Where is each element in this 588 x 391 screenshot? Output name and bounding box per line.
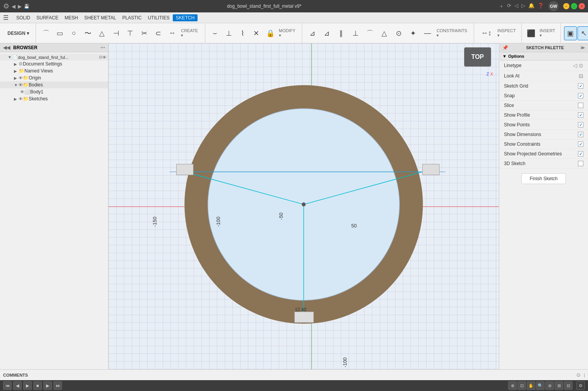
create-dropdown[interactable]: CREATE ▾ — [179, 28, 203, 38]
eye-icon-bodies[interactable]: 👁 — [19, 83, 23, 87]
tool-scale[interactable]: ✕ — [250, 26, 263, 40]
tool-circle[interactable]: ○ — [67, 26, 81, 40]
arrow-icon[interactable]: ◁ — [514, 3, 518, 10]
tree-sketches[interactable]: ▶ 👁 📁 Sketches — [0, 95, 108, 102]
tool-constrain5[interactable]: ⌒ — [363, 26, 377, 40]
show-profile-checkbox[interactable] — [578, 112, 583, 118]
bottom-stop[interactable]: ■ — [33, 381, 42, 390]
nav-forward[interactable]: ▶ — [18, 3, 22, 9]
bottom-nav1[interactable]: ⏮ — [3, 381, 12, 390]
look-at-icon[interactable]: ⊟ — [579, 73, 583, 79]
tool-lock[interactable]: 🔒 — [263, 26, 277, 40]
viewport-compass[interactable]: TOP Z X — [464, 47, 495, 78]
user-avatar[interactable]: GW — [548, 1, 559, 11]
show-constraints-checkbox[interactable] — [578, 141, 583, 147]
eye-icon-origin[interactable]: 👁 — [19, 76, 23, 80]
constraints-dropdown[interactable]: CONSTRAINTS ▾ — [435, 28, 471, 38]
view-orbit[interactable]: ⊚ — [545, 381, 554, 390]
app-menu-icon[interactable]: ☰ — [3, 14, 9, 21]
tool-constrain7[interactable]: ⊙ — [392, 26, 406, 40]
arrow2-icon[interactable]: ▷ — [521, 3, 525, 10]
file-options[interactable]: ⊙ — [99, 55, 102, 60]
maximize-button[interactable]: □ — [571, 3, 577, 9]
minimize-button[interactable]: − — [563, 3, 569, 9]
palette-pin-icon[interactable]: 📌 — [502, 45, 508, 50]
tool-break[interactable]: ⌇ — [236, 26, 249, 40]
nav-back[interactable]: ◀ — [12, 3, 15, 9]
menu-item-plastic[interactable]: PLASTIC — [119, 14, 145, 21]
browser-collapse-icon[interactable]: ◀◀ — [3, 45, 10, 50]
sketch-grid-checkbox[interactable] — [578, 83, 583, 89]
tree-root-file[interactable]: ▼ 📄 dog_bowl_stand_first_ful... ⊙ 👁 — [0, 54, 108, 60]
tree-doc-settings[interactable]: ▶ ⚙ Document Settings — [0, 60, 108, 67]
file-eye[interactable]: 👁 — [102, 55, 107, 60]
modify-dropdown[interactable]: MODIFY ▾ — [277, 28, 300, 38]
slice-checkbox[interactable] — [578, 103, 583, 108]
tool-constrain1[interactable]: ⊿ — [305, 26, 319, 40]
insert-dropdown[interactable]: INSERT ▾ — [538, 28, 558, 38]
tool-insert[interactable]: ⬛ — [525, 26, 537, 40]
menu-item-sheet-metal[interactable]: SHEET METAL — [81, 14, 119, 21]
finish-sketch-palette-btn[interactable]: Finish Sketch — [521, 173, 566, 184]
menu-item-surface[interactable]: SURFACE — [33, 14, 62, 21]
bell-icon[interactable]: 🔔 — [528, 3, 535, 10]
tool-mirror[interactable]: ↔ — [165, 26, 179, 40]
menu-item-sketch[interactable]: SKETCH — [173, 14, 198, 21]
view-display[interactable]: ⊞ — [555, 381, 563, 390]
tool-offset[interactable]: ⊂ — [151, 26, 165, 40]
tree-body1[interactable]: 👁 ⬜ Body1 — [0, 88, 108, 95]
bottom-nav2[interactable]: ◀ — [13, 381, 22, 390]
linetype-icon1[interactable]: ◁ — [573, 62, 577, 69]
browser-options-icon[interactable]: ⋯ — [100, 45, 105, 50]
refresh-icon[interactable]: ⟳ — [507, 3, 511, 10]
tool-triangle[interactable]: △ — [95, 26, 109, 40]
close-button[interactable]: × — [579, 3, 585, 9]
eye-icon-body1[interactable]: 👁 — [20, 90, 24, 94]
view-settings[interactable]: ⚙ — [576, 381, 585, 390]
bottom-nav3[interactable]: ▶ — [43, 381, 52, 390]
tool-constrain9[interactable]: — — [421, 26, 434, 40]
tree-origin[interactable]: ▶ 👁 📁 Origin — [0, 74, 108, 81]
tool-select[interactable]: ↖ — [578, 26, 588, 40]
tool-line[interactable]: ⊣ — [109, 26, 123, 40]
tree-bodies[interactable]: ▼ 👁 📁 Bodies — [0, 81, 108, 88]
snap-checkbox[interactable] — [578, 93, 583, 98]
show-points-checkbox[interactable] — [578, 122, 583, 127]
tool-constrain6[interactable]: △ — [377, 26, 391, 40]
add-tab-icon[interactable]: ＋ — [499, 3, 504, 10]
save-icon[interactable]: 💾 — [24, 4, 29, 9]
tool-fit[interactable]: ⊤ — [123, 26, 137, 40]
tool-rectangle[interactable]: ▭ — [53, 26, 67, 40]
tool-constrain2[interactable]: ⊿ — [320, 26, 334, 40]
show-projected-checkbox[interactable] — [578, 151, 583, 157]
bottom-nav4[interactable]: ⏭ — [53, 381, 62, 390]
menu-item-utilities[interactable]: UTILITIES — [145, 14, 173, 21]
tool-constrain8[interactable]: ✦ — [406, 26, 420, 40]
3d-sketch-checkbox[interactable] — [578, 161, 583, 166]
view-zoom[interactable]: 🔍 — [536, 381, 545, 390]
palette-collapse-icon[interactable]: ≫ — [580, 45, 585, 50]
tool-inspect[interactable]: ↔↕ — [477, 26, 495, 40]
menu-item-mesh[interactable]: MESH — [62, 14, 81, 21]
tree-named-views[interactable]: ▶ 📁 Named Views — [0, 67, 108, 74]
view-pan[interactable]: ✋ — [527, 381, 535, 390]
tool-constrain3[interactable]: ∥ — [334, 26, 348, 40]
tool-spline[interactable]: 〜 — [81, 26, 95, 40]
tool-scissors[interactable]: ✂ — [138, 26, 151, 40]
bottom-play[interactable]: ▶ — [23, 381, 32, 390]
status-icon[interactable]: ⊙ — [576, 372, 581, 378]
tool-arc[interactable]: ⌒ — [39, 26, 53, 40]
inspect-dropdown[interactable]: INSPECT ▾ — [496, 28, 519, 38]
view-home[interactable]: ⊕ — [508, 381, 517, 390]
tool-extend[interactable]: ⊥ — [222, 26, 236, 40]
menu-item-solid[interactable]: SOLID — [13, 14, 33, 21]
design-dropdown[interactable]: DESIGN ▾ — [5, 26, 32, 40]
viewport[interactable]: -150 -100 -50 50 12.40 -100 TOP Z X — [108, 43, 499, 369]
tool-fillet[interactable]: ⌣ — [208, 26, 222, 40]
view-fit[interactable]: ⊡ — [518, 381, 526, 390]
palette-options-header[interactable]: ▼ Options — [499, 52, 588, 60]
tool-select-window[interactable]: ▣ — [564, 26, 577, 40]
help-icon[interactable]: ❓ — [538, 3, 544, 10]
linetype-icon2[interactable]: ⊙ — [579, 62, 583, 69]
eye-icon-sketches[interactable]: 👁 — [19, 96, 23, 101]
